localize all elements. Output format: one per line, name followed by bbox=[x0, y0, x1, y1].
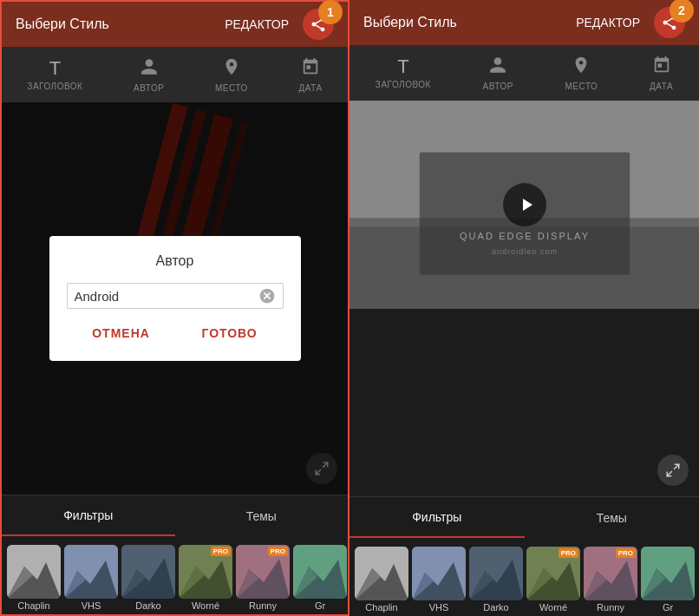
left-filter-runny[interactable]: PRO Runny bbox=[236, 545, 290, 611]
right-tab-themes[interactable]: Темы bbox=[525, 497, 700, 538]
left-header-right: РЕДАКТОР 1 bbox=[225, 9, 334, 40]
chaplin-thumb bbox=[7, 545, 61, 599]
right-header: Выбери Стиль РЕДАКТОР 2 bbox=[350, 0, 699, 45]
runny-thumb: PRO bbox=[236, 545, 290, 599]
left-editor-label: РЕДАКТОР bbox=[225, 17, 289, 31]
right-share-group: 2 bbox=[654, 7, 685, 38]
gr-label: Gr bbox=[315, 600, 325, 611]
toolbar-date[interactable]: ДАТА bbox=[299, 57, 323, 93]
toolbar-location[interactable]: МЕСТО bbox=[215, 57, 248, 93]
right-filter-gr[interactable]: Gr bbox=[641, 547, 695, 613]
worne-thumb: PRO bbox=[179, 545, 232, 599]
right-worne-thumb: PRO bbox=[526, 547, 580, 600]
left-share-group: 1 bbox=[303, 9, 334, 40]
left-filter-chaplin[interactable]: Chaplin bbox=[7, 545, 61, 611]
cancel-button[interactable]: Отмена bbox=[78, 323, 164, 344]
vhs-label: VHS bbox=[82, 600, 101, 611]
right-tab-filters[interactable]: Фильтры bbox=[350, 497, 525, 538]
right-chaplin-thumb bbox=[355, 547, 408, 600]
right-filter-vhs[interactable]: VHS bbox=[412, 547, 466, 613]
right-runny-thumb: PRO bbox=[584, 547, 637, 600]
author-icon bbox=[140, 57, 159, 80]
right-darko-label: Darko bbox=[483, 602, 508, 613]
confirm-button[interactable]: ГОТОВО bbox=[187, 323, 271, 344]
right-author-icon bbox=[488, 56, 507, 78]
right-date-label: ДАТА bbox=[650, 82, 673, 91]
right-content-area: QUAD EDGE DISPLAY androidleo.com bbox=[350, 101, 699, 496]
svg-text:androidleo.com: androidleo.com bbox=[492, 247, 558, 256]
dialog-title: Автор bbox=[67, 253, 284, 269]
worne-label: Worné bbox=[192, 600, 219, 611]
left-filter-vhs[interactable]: VHS bbox=[64, 545, 118, 611]
left-filter-gr[interactable]: Gr bbox=[293, 545, 347, 611]
author-input[interactable] bbox=[75, 289, 258, 304]
vhs-mountain bbox=[64, 545, 118, 599]
chaplin-mountain bbox=[7, 545, 61, 599]
gr-thumb bbox=[293, 545, 347, 599]
chaplin-label: Chaplin bbox=[17, 600, 49, 611]
right-toolbar-title[interactable]: T ЗАГОЛОВОК bbox=[376, 57, 431, 89]
right-filter-darko[interactable]: Darko bbox=[469, 547, 523, 613]
badge-2: 2 bbox=[670, 0, 694, 23]
left-content-area: Автор Отмена ГОТОВО bbox=[2, 102, 348, 495]
right-darko-thumb bbox=[469, 547, 523, 600]
right-expand-icon bbox=[665, 462, 681, 478]
right-worne-label: Worné bbox=[539, 602, 567, 613]
clear-icon[interactable] bbox=[258, 287, 276, 305]
right-gr-thumb bbox=[641, 547, 695, 600]
darko-thumb bbox=[121, 545, 175, 599]
right-vhs-thumb bbox=[412, 547, 466, 600]
author-dialog: Автор Отмена ГОТОВО bbox=[49, 236, 301, 361]
runny-pro-badge: PRO bbox=[268, 547, 288, 556]
badge-1: 1 bbox=[318, 0, 343, 24]
left-filter-darko[interactable]: Darko bbox=[121, 545, 175, 611]
right-filter-runny[interactable]: PRO Runny bbox=[584, 547, 637, 613]
right-runny-label: Runny bbox=[597, 602, 624, 613]
right-toolbar-author[interactable]: АВТОР bbox=[483, 56, 513, 91]
left-tab-filters[interactable]: Фильтры bbox=[2, 495, 175, 536]
right-vhs-mountain bbox=[412, 547, 466, 600]
right-expand-button[interactable] bbox=[657, 455, 689, 486]
dialog-buttons: Отмена ГОТОВО bbox=[67, 323, 284, 344]
left-tab-themes[interactable]: Темы bbox=[175, 495, 349, 536]
runny-label: Runny bbox=[249, 600, 277, 611]
right-tab-bar: Фильтры Темы bbox=[350, 496, 699, 538]
right-filter-worne[interactable]: PRO Worné bbox=[526, 547, 580, 613]
date-icon bbox=[301, 57, 320, 80]
right-gr-label: Gr bbox=[663, 602, 673, 613]
right-toolbar-location[interactable]: МЕСТО bbox=[565, 56, 598, 91]
left-filter-strip: Chaplin VHS Darko bbox=[2, 536, 348, 614]
author-label: АВТОР bbox=[134, 83, 164, 93]
gr-mountain bbox=[293, 545, 347, 599]
right-runny-pro-badge: PRO bbox=[616, 548, 636, 558]
left-filter-worne[interactable]: PRO Worné bbox=[179, 545, 232, 611]
right-toolbar: T ЗАГОЛОВОК АВТОР МЕСТО ДАТА bbox=[350, 45, 699, 101]
svg-text:QUAD EDGE DISPLAY: QUAD EDGE DISPLAY bbox=[460, 231, 590, 241]
right-video-preview: QUAD EDGE DISPLAY androidleo.com bbox=[350, 101, 699, 309]
right-panel: Выбери Стиль РЕДАКТОР 2 T ЗАГОЛОВОК АВТО… bbox=[350, 0, 699, 616]
right-vhs-label: VHS bbox=[429, 602, 449, 613]
right-filter-strip: Chaplin VHS Darko bbox=[350, 538, 699, 616]
right-worne-pro-badge: PRO bbox=[559, 548, 578, 558]
right-chaplin-label: Chaplin bbox=[365, 602, 397, 613]
left-panel: Выбери Стиль РЕДАКТОР 1 T ЗАГОЛОВОК АВТО… bbox=[0, 0, 350, 616]
play-icon bbox=[516, 194, 537, 215]
right-title-icon: T bbox=[397, 57, 408, 76]
play-button[interactable] bbox=[503, 183, 546, 226]
left-header: Выбери Стиль РЕДАКТОР 1 bbox=[2, 2, 348, 47]
right-editor-label: РЕДАКТОР bbox=[576, 16, 640, 29]
dialog-input-row bbox=[67, 283, 284, 309]
right-date-icon bbox=[652, 56, 671, 78]
svg-line-33 bbox=[667, 472, 671, 476]
title-icon: T bbox=[49, 59, 61, 78]
right-toolbar-date[interactable]: ДАТА bbox=[650, 56, 673, 91]
right-header-title: Выбери Стиль bbox=[363, 15, 457, 30]
location-label: МЕСТО bbox=[215, 83, 248, 93]
toolbar-author[interactable]: АВТОР bbox=[134, 57, 164, 93]
right-header-right: РЕДАКТОР 2 bbox=[576, 7, 685, 38]
dialog-overlay: Автор Отмена ГОТОВО bbox=[2, 102, 348, 495]
date-label: ДАТА bbox=[299, 83, 323, 93]
right-filter-chaplin[interactable]: Chaplin bbox=[355, 547, 408, 613]
svg-line-32 bbox=[675, 464, 679, 469]
toolbar-title[interactable]: T ЗАГОЛОВОК bbox=[27, 59, 82, 91]
